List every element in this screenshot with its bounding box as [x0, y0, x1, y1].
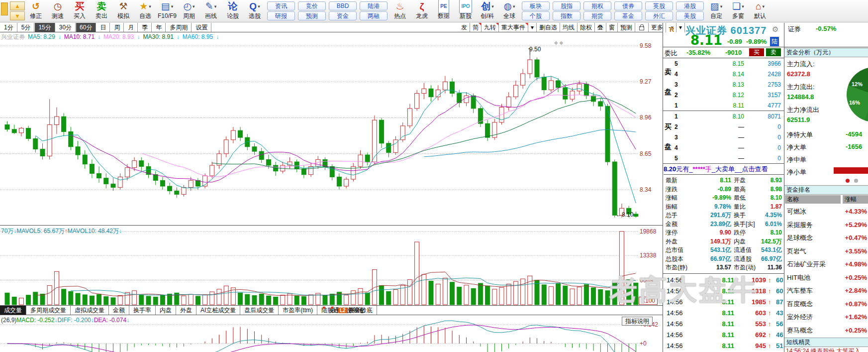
- rank-row[interactable]: 室外经济+1.62%: [787, 311, 868, 324]
- uk-forex-bottom-button[interactable]: 外汇: [645, 11, 673, 20]
- chart-opt-8[interactable]: 叠: [595, 23, 606, 32]
- chart-opt-10[interactable]: 预测: [618, 23, 635, 32]
- chart-opt-7[interactable]: 除权: [578, 23, 595, 32]
- sector-stock-bottom-button[interactable]: 个股: [522, 11, 550, 20]
- period-button[interactable]: ◴▾周期: [178, 0, 200, 22]
- auction-forecast-top-button[interactable]: 竞价: [298, 1, 326, 10]
- hk-us-top-button[interactable]: 港股: [676, 1, 704, 10]
- ask-row-4[interactable]: 48.142428: [665, 69, 783, 80]
- draw-line-dropdown-icon[interactable]: ▾: [214, 0, 217, 12]
- news-research-bottom-button[interactable]: 研报: [267, 11, 295, 20]
- tab-多周期成交量[interactable]: 多周期成交量: [26, 306, 71, 315]
- rank-row[interactable]: 可燃冰+4.33%: [787, 205, 868, 218]
- period-设置[interactable]: 设置: [192, 23, 211, 32]
- period-年[interactable]: 年: [152, 23, 166, 32]
- custom-layout-dropdown-icon[interactable]: ▾: [720, 0, 723, 12]
- bbd-funds-bottom-button[interactable]: 资金: [329, 11, 357, 20]
- ask-row-1[interactable]: 18.114777: [665, 101, 783, 111]
- tab-虚拟成交量[interactable]: 虚拟成交量: [71, 306, 109, 315]
- page-down-icon[interactable]: ▼: [10, 11, 25, 20]
- transaction-row[interactable]: 14:568.11692↑46: [665, 330, 783, 341]
- watchlist-button[interactable]: ★▾自选: [134, 0, 156, 22]
- bonds-funds-top-button[interactable]: 债券: [614, 1, 642, 10]
- tab-成交量[interactable]: 成交量: [0, 306, 26, 315]
- stock-forum-button[interactable]: 论论股: [222, 0, 244, 22]
- buy-button[interactable]: 买: [749, 48, 764, 56]
- period-30分[interactable]: 30分: [55, 23, 76, 32]
- rank-row[interactable]: 百度概念+0.87%: [787, 298, 868, 311]
- period-5分[interactable]: 5分: [17, 23, 35, 32]
- sector-stock-top-button[interactable]: 板块: [522, 1, 550, 10]
- collapse-handle[interactable]: [1, 2, 8, 15]
- transaction-row[interactable]: 14:568.11553↑56: [665, 319, 783, 330]
- global-dropdown-icon[interactable]: ▾: [513, 0, 515, 12]
- chart-opt-12[interactable]: 更多: [649, 23, 666, 32]
- luport-margin-bottom-button[interactable]: 两融: [360, 11, 387, 20]
- period-dropdown-icon[interactable]: ▾: [193, 0, 195, 12]
- transaction-row[interactable]: 14:568.11945↑51: [665, 341, 783, 352]
- dragon-tiger-button[interactable]: ζ龙虎: [411, 0, 433, 22]
- chart-opt-3[interactable]: 重大事件: [499, 23, 528, 32]
- rank-row[interactable]: 足球概念+0.47%: [787, 232, 868, 244]
- stock-picker-dropdown-icon[interactable]: ▾: [258, 0, 260, 12]
- draw-line-button[interactable]: ✎▾画线: [200, 0, 222, 22]
- transaction-row[interactable]: 14:568.111039↑60: [665, 275, 783, 286]
- page-up-icon[interactable]: ▲: [10, 1, 25, 10]
- lock-toggle[interactable]: [635, 23, 649, 32]
- hot-topics-button[interactable]: ♨热点: [389, 0, 411, 22]
- bid-row-3[interactable]: 3—0: [665, 132, 783, 143]
- bid-row-2[interactable]: 2—0: [665, 122, 783, 132]
- ask-row-3[interactable]: 38.132753: [665, 80, 783, 90]
- luport-margin-top-button[interactable]: 陆港: [360, 1, 387, 10]
- period-多周期[interactable]: 多周期: [166, 23, 192, 32]
- f10-f9-button[interactable]: ▤▾F10/F9: [156, 0, 178, 22]
- chart-opt-5[interactable]: 删自选: [537, 23, 560, 32]
- rank-row[interactable]: 页岩气+3.55%: [787, 245, 868, 258]
- index-futures-top-button[interactable]: 股指: [553, 1, 580, 10]
- big-order-banner[interactable]: 8.20元有_*****手_大卖单__点击查看: [664, 164, 784, 175]
- rank-row[interactable]: 采掘服务+5.29%: [787, 219, 868, 232]
- multi-window-dropdown-icon[interactable]: ▾: [742, 0, 744, 12]
- period-60分[interactable]: 60分: [76, 23, 96, 32]
- bonds-funds-bottom-button[interactable]: 基金: [614, 11, 642, 20]
- ask-row-2[interactable]: 28.123157: [665, 90, 783, 101]
- f10-f9-dropdown-icon[interactable]: ▾: [171, 0, 174, 12]
- tab-资金抄底[interactable]: L2资金抄底: [334, 306, 377, 315]
- default-layout-dropdown-icon[interactable]: ▾: [762, 0, 765, 12]
- chart-opt-4[interactable]: ▾: [528, 23, 537, 32]
- simulate-button[interactable]: ⚒模拟: [112, 0, 134, 22]
- pager-dots[interactable]: [846, 177, 858, 184]
- data-pe-button[interactable]: PE数据: [433, 0, 455, 22]
- tab-盘后成交量[interactable]: 盘后成交量: [240, 306, 279, 315]
- period-1分[interactable]: 1分: [0, 23, 17, 32]
- custom-layout-button[interactable]: ▨▾自定: [705, 0, 727, 22]
- tab-换手率[interactable]: 换手率: [129, 306, 156, 315]
- chart-opt-6[interactable]: 均线: [560, 23, 578, 32]
- chart-opt-9[interactable]: 窗: [606, 23, 618, 32]
- stock-picker-button[interactable]: Q▾选股: [244, 0, 266, 22]
- sector-label[interactable]: 证券: [788, 25, 801, 34]
- tab-AI立桩成交量[interactable]: AI立桩成交量: [196, 306, 240, 315]
- multi-window-button[interactable]: ❏▾多窗: [727, 0, 749, 22]
- rank-row[interactable]: 石油矿业开采+4.98%: [787, 258, 868, 271]
- speed-test-button[interactable]: ◷测速: [47, 0, 69, 22]
- indicator-help-button[interactable]: 指标说明: [622, 317, 653, 326]
- uk-forex-top-button[interactable]: 英股: [645, 1, 673, 10]
- rank-col-change[interactable]: 涨幅: [843, 195, 868, 204]
- rank-row[interactable]: 汽车整车+2.84%: [787, 284, 868, 297]
- buy-button[interactable]: 买买入: [69, 0, 91, 22]
- period-月[interactable]: 月: [124, 23, 138, 32]
- index-futures-bottom-button[interactable]: 指数: [553, 11, 580, 20]
- bbd-funds-top-button[interactable]: BBD: [329, 1, 357, 10]
- sell-button[interactable]: 卖卖出: [91, 0, 112, 22]
- chart-opt-2[interactable]: 九转: [482, 23, 499, 32]
- chart-opt-0[interactable]: 发: [459, 23, 470, 32]
- pager-dot-active[interactable]: [846, 179, 850, 183]
- auction-forecast-bottom-button[interactable]: 预测: [298, 11, 326, 20]
- news-research-top-button[interactable]: 资讯: [267, 1, 295, 10]
- bid-row-1[interactable]: 18.108071: [665, 112, 783, 122]
- chart-canvas[interactable]: [0, 0, 663, 352]
- pager-dot[interactable]: [854, 179, 858, 183]
- short-line-row[interactable]: 14:56:24 峰泰股份 大笔买入: [786, 347, 868, 352]
- revise-button[interactable]: ↺修正: [25, 0, 47, 22]
